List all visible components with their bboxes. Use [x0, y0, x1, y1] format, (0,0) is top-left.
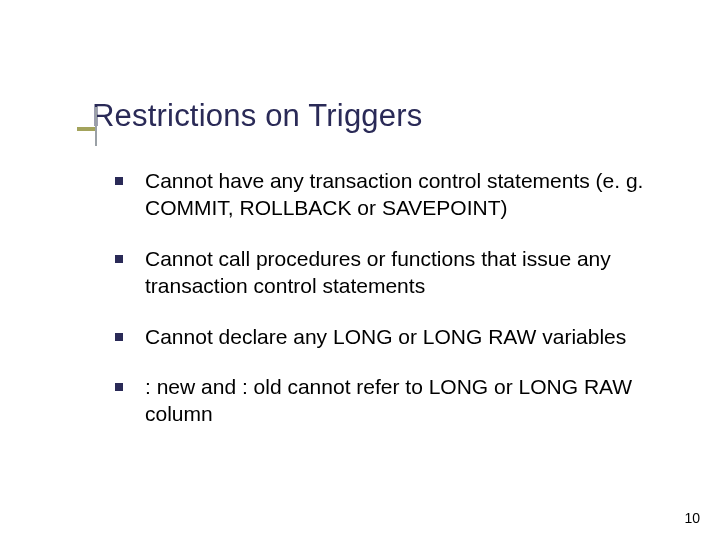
list-item: Cannot call procedures or functions that…: [115, 246, 655, 300]
bullet-text: Cannot declare any LONG or LONG RAW vari…: [145, 324, 655, 351]
title-accent-bar: [77, 127, 95, 131]
bullet-list: Cannot have any transaction control stat…: [115, 168, 655, 452]
square-bullet-icon: [115, 333, 123, 341]
square-bullet-icon: [115, 177, 123, 185]
slide: Restrictions on Triggers Cannot have any…: [0, 0, 720, 540]
title-vertical-rule: [95, 107, 97, 146]
list-item: Cannot declare any LONG or LONG RAW vari…: [115, 324, 655, 351]
bullet-text: Cannot call procedures or functions that…: [145, 246, 655, 300]
page-number: 10: [684, 510, 700, 526]
list-item: : new and : old cannot refer to LONG or …: [115, 374, 655, 428]
title-block: Restrictions on Triggers: [92, 98, 652, 134]
bullet-text: Cannot have any transaction control stat…: [145, 168, 655, 222]
square-bullet-icon: [115, 383, 123, 391]
list-item: Cannot have any transaction control stat…: [115, 168, 655, 222]
bullet-text: : new and : old cannot refer to LONG or …: [145, 374, 655, 428]
square-bullet-icon: [115, 255, 123, 263]
slide-title: Restrictions on Triggers: [92, 98, 652, 134]
